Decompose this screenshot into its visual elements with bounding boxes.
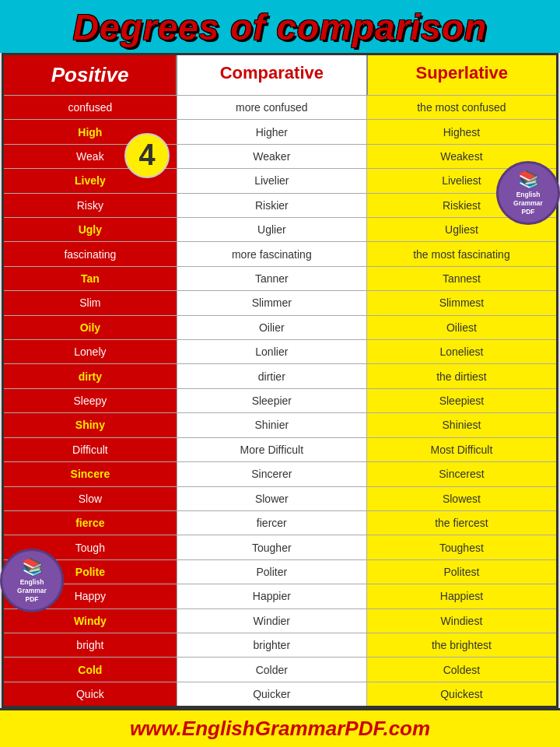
cell-comparative: Higher bbox=[177, 120, 367, 143]
footer: www.EnglishGrammarPDF.com bbox=[0, 708, 560, 747]
cell-comparative: Lonlier bbox=[177, 340, 367, 363]
cell-superlative: Slowest bbox=[367, 487, 556, 510]
cell-positive: Tan bbox=[4, 267, 177, 290]
cell-superlative: the fiercest bbox=[367, 511, 556, 535]
badge-english-grammar-2: 📚 EnglishGrammarPDF bbox=[0, 549, 64, 612]
table-row: HappyHappierHappiest bbox=[4, 584, 556, 608]
cell-comparative: Slimmer bbox=[177, 291, 367, 314]
cell-positive: Risky bbox=[4, 194, 177, 217]
cell-comparative: Slower bbox=[177, 487, 367, 510]
table-row: SincereSincererSincerest bbox=[4, 461, 556, 486]
cell-positive: Quick bbox=[4, 682, 177, 706]
cell-superlative: Most Difficult bbox=[367, 438, 556, 461]
cell-positive: Shiny bbox=[4, 413, 177, 437]
cell-comparative: more fascinating bbox=[177, 242, 367, 265]
badge-number-4: 4 bbox=[124, 133, 170, 178]
col-header-positive: Positive bbox=[4, 55, 177, 95]
table-row: WindyWindierWindiest bbox=[4, 608, 556, 633]
cell-comparative: Sincerer bbox=[177, 462, 367, 486]
cell-positive: Sincere bbox=[4, 462, 177, 486]
table-row: SlowSlowerSlowest bbox=[4, 486, 556, 510]
cell-superlative: the brightest bbox=[367, 633, 556, 657]
header: Degrees of comparison bbox=[0, 0, 560, 53]
cell-comparative: Colder bbox=[177, 658, 367, 681]
cell-positive: Ugly bbox=[4, 218, 177, 241]
cell-positive: Windy bbox=[4, 609, 177, 633]
table-row: RiskyRiskierRiskiest bbox=[4, 193, 556, 217]
table-row: PolitePoliterPolitest 📚 EnglishGrammarPD… bbox=[4, 559, 556, 584]
cell-superlative: Shiniest bbox=[367, 413, 556, 437]
cell-comparative: Riskier bbox=[177, 194, 367, 217]
cell-positive: Lonely bbox=[4, 340, 177, 363]
cell-comparative: Oilier bbox=[177, 316, 367, 339]
table-row: DifficultMore DifficultMost Difficult bbox=[4, 437, 556, 461]
table-row: WeakWeakerWeakest4 bbox=[4, 144, 556, 168]
table-header: Positive Comparative Superlative bbox=[4, 55, 556, 95]
cell-positive: Slow bbox=[4, 487, 177, 510]
table-row: UglyUglierUgliest bbox=[4, 217, 556, 241]
cell-positive: Difficult bbox=[4, 438, 177, 461]
cell-positive: Oily bbox=[4, 316, 177, 339]
cell-positive: bright bbox=[4, 633, 177, 657]
cell-superlative: Loneliest bbox=[367, 340, 556, 363]
cell-comparative: dirtier bbox=[177, 364, 367, 388]
cell-comparative: Politer bbox=[177, 560, 367, 584]
table-row: fascinatingmore fascinatingthe most fasc… bbox=[4, 241, 556, 265]
page-wrapper: Degrees of comparison Positive Comparati… bbox=[0, 0, 560, 747]
table-row: SleepySleepierSleepiest bbox=[4, 388, 556, 412]
cell-comparative: Windier bbox=[177, 609, 367, 633]
cell-superlative: Slimmest bbox=[367, 291, 556, 314]
table-row: confusedmore confusedthe most confused bbox=[4, 95, 556, 119]
cell-superlative: Tannest bbox=[367, 267, 556, 290]
cell-comparative: Tanner bbox=[177, 267, 367, 290]
cell-superlative: Toughest bbox=[367, 535, 556, 559]
cell-superlative: the most confused bbox=[367, 96, 556, 119]
table-row: HighHigherHighest bbox=[4, 119, 556, 143]
cell-superlative: the most fascinating bbox=[367, 242, 556, 265]
cell-comparative: brighter bbox=[177, 633, 367, 657]
cell-positive: fierce bbox=[4, 511, 177, 535]
cell-positive: confused bbox=[4, 96, 177, 119]
cell-comparative: Tougher bbox=[177, 535, 367, 559]
cell-positive: dirty bbox=[4, 364, 177, 388]
table-row: dirtydirtierthe dirtiest bbox=[4, 363, 556, 388]
badge-english-grammar-1: 📚 EnglishGrammarPDF bbox=[496, 161, 560, 225]
cell-comparative: fiercer bbox=[177, 511, 367, 535]
table-row: SlimSlimmerSlimmest bbox=[4, 290, 556, 314]
table-body: confusedmore confusedthe most confusedHi… bbox=[4, 95, 556, 706]
cell-superlative: Windiest bbox=[367, 609, 556, 633]
cell-superlative: Quickest bbox=[367, 682, 556, 706]
cell-superlative: Politest bbox=[367, 560, 556, 584]
cell-superlative: the dirtiest bbox=[367, 364, 556, 388]
cell-comparative: more confused bbox=[177, 96, 367, 119]
cell-superlative: Oiliest bbox=[367, 316, 556, 339]
page-title: Degrees of comparison bbox=[3, 6, 557, 48]
table-row: brightbrighterthe brightest bbox=[4, 633, 556, 657]
table-row: QuickQuickerQuickest bbox=[4, 682, 556, 706]
table-row: ToughTougherToughest bbox=[4, 535, 556, 559]
footer-url: www.EnglishGrammarPDF.com bbox=[3, 717, 557, 741]
cell-superlative: Highest bbox=[367, 120, 556, 143]
table-row: TanTannerTannest bbox=[4, 266, 556, 290]
cell-positive: Sleepy bbox=[4, 389, 177, 412]
cell-superlative: Sincerest bbox=[367, 462, 556, 486]
cell-comparative: More Difficult bbox=[177, 438, 367, 461]
cell-comparative: Weaker bbox=[177, 145, 367, 168]
cell-superlative: Happiest bbox=[367, 584, 556, 608]
table-row: OilyOilierOiliest bbox=[4, 315, 556, 339]
table-row: LivelyLivelierLiveliest 📚 EnglishGrammar… bbox=[4, 168, 556, 192]
cell-comparative: Shinier bbox=[177, 413, 367, 437]
cell-superlative: Sleepiest bbox=[367, 389, 556, 412]
table-row: ColdColderColdest bbox=[4, 657, 556, 681]
cell-positive: Cold bbox=[4, 658, 177, 681]
cell-comparative: Livelier bbox=[177, 169, 367, 192]
table-row: LonelyLonlierLoneliest bbox=[4, 339, 556, 363]
cell-comparative: Uglier bbox=[177, 218, 367, 241]
cell-positive: Slim bbox=[4, 291, 177, 314]
col-header-superlative: Superlative bbox=[368, 55, 556, 95]
cell-comparative: Quicker bbox=[177, 682, 367, 706]
cell-positive: fascinating bbox=[4, 242, 177, 265]
cell-superlative: Coldest bbox=[367, 658, 556, 681]
cell-comparative: Happier bbox=[177, 584, 367, 608]
table-row: fiercefiercerthe fiercest bbox=[4, 510, 556, 535]
